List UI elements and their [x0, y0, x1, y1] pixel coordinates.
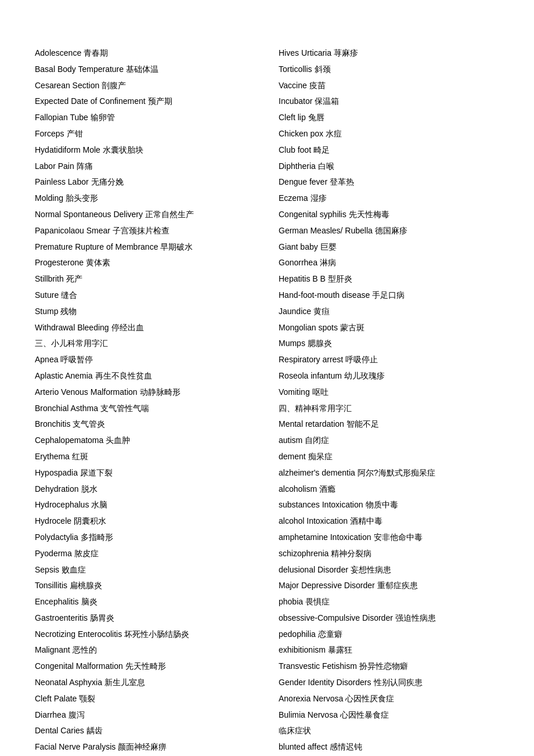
- term-chinese: 疫苗: [309, 81, 326, 90]
- term-chinese: 强迫性病患: [395, 613, 436, 622]
- term-chinese: 肠胃炎: [90, 613, 114, 622]
- list-item: Chicken pox水痘: [279, 127, 499, 141]
- term-english: obsessive-Compulsive Disorder: [279, 613, 393, 622]
- list-item: Dental Caries龋齿: [35, 724, 255, 738]
- term-chinese: 呼吸停止: [345, 355, 378, 364]
- term-english: Forceps: [35, 129, 64, 138]
- term-english: alcohol Intoxication: [279, 516, 348, 525]
- term-english: Malignant: [35, 645, 70, 654]
- term-chinese: 早期破水: [160, 242, 193, 251]
- term-english: Premature Rupture of Membrance: [35, 242, 158, 251]
- term-chinese: 胎头变形: [66, 193, 98, 203]
- term-chinese: 阿尔?海默式形痴呆症: [358, 468, 435, 477]
- term-english: alcoholism: [279, 484, 317, 494]
- term-english: alzheimer's dementia: [279, 468, 355, 477]
- term-chinese: 幼儿玫瑰疹: [344, 371, 385, 380]
- list-item: Vomiting呕吐: [279, 386, 499, 399]
- term-chinese: 恶性的: [73, 645, 97, 654]
- list-item: Encephalitis脑炎: [35, 595, 255, 609]
- list-item: Diphtheria白喉: [279, 160, 499, 174]
- list-item: Facial Nerve Paralysis颜面神经麻痹: [35, 740, 255, 754]
- list-item: Giant baby巨婴: [279, 240, 499, 254]
- term-chinese: 德国麻疹: [375, 226, 407, 235]
- term-english: Labor Pain: [35, 161, 74, 171]
- term-english: Gender Identity Disorders: [279, 678, 371, 687]
- term-chinese: 头血肿: [106, 435, 130, 445]
- term-chinese: 恋童癖: [318, 629, 342, 639]
- list-item: Erythema红斑: [35, 450, 255, 464]
- term-english: Hand-foot-mouth disease: [279, 290, 370, 300]
- term-chinese: 缝合: [61, 290, 77, 300]
- term-english: pedophilia: [279, 629, 316, 639]
- term-chinese: 尿道下裂: [80, 468, 113, 477]
- list-item: Jaundice黄疸: [279, 305, 499, 319]
- term-chinese: 白喉: [318, 161, 334, 171]
- list-item: Arterio Venous Malformation动静脉畸形: [35, 386, 255, 399]
- list-item: Hepatitis B B型肝炎: [279, 272, 499, 286]
- term-english: Stillbrith: [35, 274, 64, 283]
- list-item: substances Intoxication物质中毒: [279, 498, 499, 512]
- term-chinese: 死产: [66, 274, 82, 283]
- term-english: Major Depressive Disorder: [279, 581, 375, 590]
- term-english: Bronchial Asthma: [35, 404, 98, 413]
- term-chinese: 动静脉畸形: [140, 387, 181, 397]
- term-chinese: 心因性暴食症: [340, 710, 389, 719]
- list-item: Mental retardation智能不足: [279, 417, 499, 431]
- term-english: Hydrocele: [35, 516, 71, 525]
- term-chinese: 荨麻疹: [334, 48, 358, 57]
- term-english: Apnea: [35, 355, 58, 364]
- term-english: Dehydration: [35, 484, 79, 494]
- list-item: delusional Disorder妄想性病患: [279, 563, 499, 577]
- term-english: Erythema: [35, 452, 70, 461]
- term-chinese: 智能不足: [347, 419, 379, 429]
- term-chinese: 阴囊积水: [74, 516, 106, 525]
- term-english: Fallopian Tube: [35, 113, 88, 122]
- list-item: Vaccine疫苗: [279, 79, 499, 93]
- list-item: Cleft Palate颚裂: [35, 692, 255, 706]
- list-item: Forceps产钳: [35, 127, 255, 141]
- term-chinese: 再生不良性贫血: [95, 371, 152, 380]
- list-item: Necrotizing Enterocolitis坏死性小肠结肠炎: [35, 628, 255, 642]
- list-item: Incubator保温箱: [279, 95, 499, 109]
- term-english: autism: [279, 435, 302, 445]
- term-chinese: 阵痛: [77, 161, 93, 171]
- term-english: Chicken pox: [279, 129, 323, 138]
- term-english: Cephalopematoma: [35, 435, 103, 445]
- left-column: Adolescence青春期Basal Body Temperature基础体温…: [35, 46, 255, 754]
- list-item: Dengue fever登革热: [279, 175, 499, 189]
- list-item: Painless Labor无痛分娩: [35, 175, 255, 189]
- list-item: Dehydration脱水: [35, 483, 255, 496]
- term-english: Necrotizing Enterocolitis: [35, 629, 122, 639]
- term-english: Tonsillitis: [35, 581, 67, 590]
- list-item: 四、精神科常用字汇: [279, 402, 499, 416]
- section-header: 四、精神科常用字汇: [279, 404, 352, 413]
- term-english: Dental Caries: [35, 726, 84, 735]
- list-item: Eczema湿疹: [279, 192, 499, 206]
- term-chinese: 酒瘾: [319, 484, 335, 494]
- term-chinese: 子宫颈抹片检查: [113, 226, 169, 235]
- term-english: Mongolian spots: [279, 323, 338, 332]
- term-english: Progesterone: [35, 258, 84, 267]
- term-chinese: 颜面神经麻痹: [118, 742, 167, 751]
- term-english: Congenital syphilis: [279, 210, 347, 219]
- term-chinese: 湿疹: [311, 193, 327, 203]
- term-english: Diphtheria: [279, 161, 316, 171]
- list-item: Hydrocele阴囊积水: [35, 514, 255, 528]
- list-item: Bronchitis支气管炎: [35, 417, 255, 431]
- term-english: Respiratory arrest: [279, 355, 343, 364]
- term-english: Neonatal Asphyxia: [35, 678, 102, 687]
- term-chinese: 畏惧症: [305, 597, 330, 606]
- term-english: Roseola infantum: [279, 371, 342, 380]
- term-english: Encephalitis: [35, 597, 79, 606]
- term-chinese: 暴露狂: [328, 645, 352, 654]
- term-chinese: 安非他命中毒: [374, 532, 423, 542]
- list-item: blunted affect感情迟钝: [279, 740, 499, 754]
- term-chinese: 水痘: [326, 129, 342, 138]
- section-header: 三、小儿科常用字汇: [35, 339, 108, 348]
- term-english: phobia: [279, 597, 303, 606]
- term-chinese: 败血症: [62, 565, 86, 574]
- term-english: Diarrhea: [35, 710, 66, 719]
- list-item: German Measles/ Rubella德国麻疹: [279, 224, 499, 238]
- list-item: Fallopian Tube输卵管: [35, 111, 255, 125]
- term-chinese: 停经出血: [111, 323, 144, 332]
